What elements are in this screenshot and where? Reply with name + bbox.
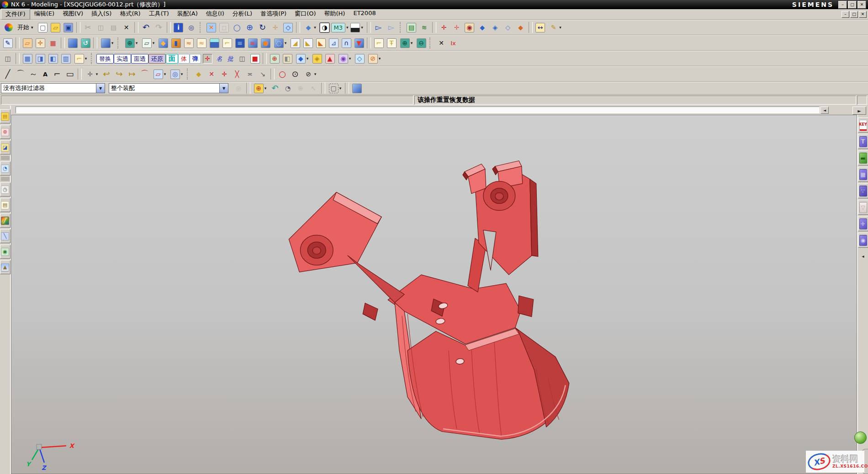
menu-et2008[interactable]: ET2008 xyxy=(349,9,380,20)
close-button[interactable]: ✕ xyxy=(857,1,866,9)
curve-cross-button[interactable]: ╳ xyxy=(231,68,243,80)
rectangle-select-button[interactable]: ▢ xyxy=(327,82,344,95)
replace-button[interactable]: 替换 xyxy=(96,52,114,65)
face-mode-button[interactable]: 面 xyxy=(166,52,178,65)
extend-curve-button[interactable]: ↦ xyxy=(126,68,138,80)
start-button[interactable]: 开始 ▾ xyxy=(1,21,37,34)
pad-button[interactable]: ▮ xyxy=(169,37,182,49)
background-button[interactable] xyxy=(349,21,365,34)
layer-settings-button[interactable]: ▤ xyxy=(405,21,418,34)
intersection-point-button[interactable]: ✕ xyxy=(205,68,218,80)
cube-select-button[interactable] xyxy=(350,82,363,95)
menu-edit[interactable]: 编辑(E) xyxy=(30,9,58,20)
thicken-button[interactable]: ⌐ xyxy=(372,37,385,49)
reuse-part-3-tab[interactable]: ▦ xyxy=(858,167,868,182)
palettes-tab[interactable]: ▲ xyxy=(0,260,11,274)
batch-tool-button[interactable]: 批 xyxy=(225,52,236,65)
assembly-tool-5[interactable]: ▲ xyxy=(323,52,336,65)
reuse-part-1-tab[interactable]: T xyxy=(858,134,868,149)
menu-view[interactable]: 视图(V) xyxy=(58,9,87,20)
invert-shown-button[interactable]: ◆ xyxy=(514,21,527,34)
menu-file[interactable]: 文件(F) xyxy=(1,9,30,20)
expression-button[interactable]: Ix xyxy=(448,37,459,49)
project-curve-button[interactable]: ↘ xyxy=(256,68,269,80)
delete-face-button[interactable]: ✕ xyxy=(435,37,448,49)
wireframe-part-button[interactable]: ■ xyxy=(249,52,261,65)
offset-region-button[interactable]: ⊖ xyxy=(415,37,428,49)
mdi-minimize-button[interactable]: – xyxy=(842,11,849,18)
menu-information[interactable]: 信息(I) xyxy=(202,9,228,20)
sheet-button[interactable] xyxy=(208,37,221,49)
reuse-part-6-tab[interactable]: ✛ xyxy=(858,216,868,231)
rectangle-button[interactable]: ▭ xyxy=(64,68,76,80)
zoom-box-button[interactable]: ◻ xyxy=(218,21,231,34)
zoom-circle-button[interactable]: ◯ xyxy=(231,21,243,34)
open-file-button[interactable]: ▱ xyxy=(49,21,62,34)
tile-window-button[interactable]: ▥ xyxy=(59,52,72,65)
orient-view-button[interactable]: ◆ xyxy=(302,21,318,34)
reuse-part-2-tab[interactable]: ▬ xyxy=(858,150,868,165)
extract-curve-button[interactable]: ◆ xyxy=(192,68,205,80)
view-layout-m3-button[interactable]: M3 xyxy=(331,21,349,34)
surface-button[interactable]: ▱ xyxy=(151,68,168,80)
reuse-part-5-tab[interactable]: ▽ xyxy=(858,200,868,215)
rib-button[interactable]: ≡ xyxy=(233,37,246,49)
sweep-button[interactable]: ≈ xyxy=(182,37,195,49)
face-transparent-button[interactable]: 面透 xyxy=(131,52,148,65)
new-window-button[interactable]: ◫ xyxy=(1,52,14,65)
edge-blend-button[interactable]: ◢ xyxy=(289,37,302,49)
rotate-point-button[interactable]: ⊕ xyxy=(294,82,307,95)
undo-selection-button[interactable]: ↶ xyxy=(269,82,281,95)
circle-center-button[interactable]: ⊙ xyxy=(289,68,302,80)
menu-preferences[interactable]: 首选项(P) xyxy=(256,9,291,20)
point-button[interactable]: ✛ xyxy=(83,68,100,80)
split-vertical-button[interactable]: ◧ xyxy=(47,52,59,65)
pocket-button[interactable]: ◌ xyxy=(272,37,289,49)
assembly-tool-6[interactable]: ◉ xyxy=(336,52,353,65)
show-and-hide-button[interactable]: ▻ xyxy=(372,21,385,34)
hide-object-button[interactable]: ◈ xyxy=(489,21,502,34)
part-navigator-tab[interactable]: ◪ xyxy=(0,140,11,154)
selection-scope-dropdown[interactable]: 整个装配 ▼ xyxy=(109,83,228,93)
menu-format[interactable]: 格式(R) xyxy=(116,9,144,20)
mdi-close-button[interactable]: ✕ xyxy=(859,11,867,18)
cut-button[interactable]: ✂ xyxy=(82,21,95,34)
pan-button[interactable]: ✛ xyxy=(269,21,282,34)
dart-button[interactable]: ≡ xyxy=(246,37,259,49)
copy-button[interactable]: ◫ xyxy=(95,21,107,34)
datum-plane-button[interactable]: ▱ xyxy=(21,37,34,49)
scroll-left-button[interactable]: ◄ xyxy=(820,107,829,114)
paste-button[interactable]: ▤ xyxy=(107,21,120,34)
extrude-button[interactable] xyxy=(66,37,79,49)
swept-button[interactable]: ≈ xyxy=(195,37,208,49)
solid-transparent-button[interactable]: 实透 xyxy=(114,52,131,65)
center-mark-button[interactable]: ✛ xyxy=(201,52,214,65)
redo-button[interactable]: ↷ xyxy=(153,21,165,34)
unite-button[interactable]: ⊕ xyxy=(123,37,140,49)
assembly-tool-7[interactable]: ◇ xyxy=(353,52,366,65)
snap-point-button[interactable]: ⊕ xyxy=(252,82,269,95)
menu-help[interactable]: 帮助(H) xyxy=(320,9,349,20)
system-scenes-tab[interactable]: ▤ xyxy=(0,198,11,212)
erase-highlight-button[interactable]: ◔ xyxy=(281,82,294,95)
rotate-view-button[interactable]: ↻ xyxy=(256,21,269,34)
visualization-gallery-tab[interactable]: ╱ xyxy=(0,213,11,228)
scroll-right-button[interactable]: ► xyxy=(852,107,866,115)
datum-csys-button[interactable]: ✛ xyxy=(34,37,47,49)
part-display-button[interactable]: ⌐ xyxy=(72,52,89,65)
draft-button[interactable]: ⊿ xyxy=(327,37,340,49)
reuse-key-tab[interactable]: KEY xyxy=(858,117,868,133)
assembly-tool-2[interactable]: ◧ xyxy=(281,52,294,65)
text-button[interactable]: A xyxy=(40,68,51,80)
assembly-tool-1[interactable]: ⊕ xyxy=(268,52,281,65)
bracket-button[interactable]: ⌐ xyxy=(221,37,233,49)
menu-analysis[interactable]: 分析(L) xyxy=(228,9,256,20)
selection-filter-dropdown[interactable]: 没有选择过滤器 ▼ xyxy=(1,83,105,93)
thread-button[interactable]: Ŧ xyxy=(385,37,398,49)
immediate-hide-button[interactable]: ▻ xyxy=(385,21,398,34)
boss-button[interactable]: ● xyxy=(259,37,272,49)
reuse-part-7-tab[interactable]: ◉ xyxy=(858,233,868,248)
graphics-window[interactable]: X Y Z xyxy=(11,115,857,474)
selection-preview-button[interactable]: ◎ xyxy=(232,82,245,95)
plane-button[interactable]: ▱ xyxy=(140,37,157,49)
